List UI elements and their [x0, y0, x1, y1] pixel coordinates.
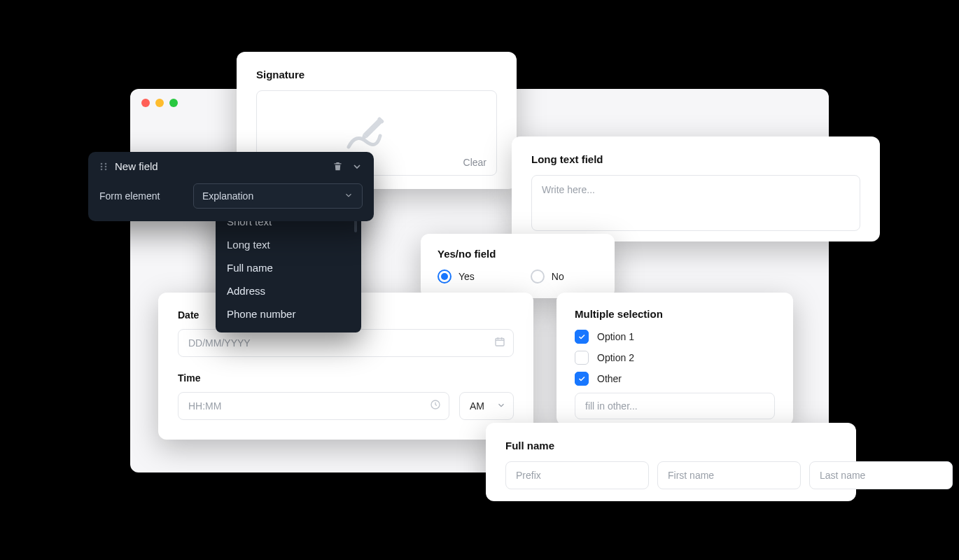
svg-point-5 [101, 162, 103, 164]
time-input[interactable] [178, 392, 449, 420]
fullname-title: Full name [505, 440, 836, 451]
checkbox-checked-icon [575, 330, 589, 344]
form-element-label: Form element [99, 190, 181, 202]
yesno-title: Yes/no field [438, 248, 598, 260]
svg-point-9 [101, 168, 103, 170]
longtext-card: Long text field [512, 136, 880, 241]
dropdown-option[interactable]: Phone number [216, 302, 361, 326]
prefix-input[interactable] [505, 461, 649, 489]
signature-title: Signature [256, 69, 497, 80]
radio-unselected-icon [531, 270, 545, 284]
radio-no-label: No [552, 271, 564, 282]
date-input[interactable] [178, 329, 514, 357]
other-input[interactable] [575, 393, 775, 419]
time-label: Time [178, 372, 514, 384]
radio-selected-icon [438, 270, 451, 284]
form-element-dropdown: Short text Long text Full name Address P… [216, 204, 361, 332]
multi-card: Multiple selection Option 1 Option 2 Oth… [556, 293, 793, 426]
chevron-down-icon [496, 400, 506, 412]
maximize-icon[interactable] [169, 99, 178, 107]
multi-title: Multiple selection [575, 308, 775, 320]
clock-icon[interactable] [430, 399, 441, 413]
form-element-value: Explanation [202, 190, 253, 202]
drag-handle-icon[interactable] [99, 162, 108, 172]
close-icon[interactable] [141, 99, 150, 107]
radio-yes[interactable]: Yes [438, 270, 475, 284]
signature-pen-icon [342, 112, 412, 154]
chevron-down-icon [344, 190, 354, 202]
checkbox-checked-icon [575, 372, 589, 386]
svg-rect-3 [496, 338, 504, 346]
yesno-card: Yes/no field Yes No [421, 234, 615, 298]
minimize-icon[interactable] [155, 99, 164, 107]
svg-point-10 [105, 168, 107, 170]
check-option-2[interactable]: Option 2 [575, 351, 775, 365]
form-element-select[interactable]: Explanation [193, 183, 363, 209]
svg-point-6 [105, 162, 107, 164]
svg-point-7 [101, 165, 103, 167]
svg-point-8 [105, 165, 107, 167]
check-option-2-label: Option 2 [597, 352, 634, 363]
dropdown-option[interactable]: Address [216, 279, 361, 302]
check-option-other[interactable]: Other [575, 372, 775, 386]
newfield-title: New field [115, 160, 326, 172]
signature-clear-button[interactable]: Clear [463, 157, 486, 168]
ampm-value: AM [470, 400, 484, 412]
traffic-lights [141, 99, 178, 107]
calendar-icon[interactable] [494, 336, 505, 350]
checkbox-unchecked-icon [575, 351, 589, 365]
dropdown-option[interactable]: Long text [216, 233, 361, 256]
lastname-input[interactable] [809, 461, 953, 489]
check-option-other-label: Other [597, 373, 622, 384]
chevron-down-icon[interactable] [351, 161, 363, 172]
radio-no[interactable]: No [531, 270, 564, 284]
trash-icon[interactable] [332, 161, 343, 172]
fullname-card: Full name [486, 423, 856, 501]
radio-yes-label: Yes [458, 271, 475, 282]
longtext-input[interactable] [531, 175, 860, 231]
longtext-title: Long text field [531, 153, 860, 165]
firstname-input[interactable] [657, 461, 801, 489]
check-option-1[interactable]: Option 1 [575, 330, 775, 344]
check-option-1-label: Option 1 [597, 331, 634, 342]
dropdown-option[interactable]: Full name [216, 256, 361, 279]
ampm-select[interactable]: AM [459, 392, 514, 420]
newfield-panel: New field Form element Explanation [88, 152, 374, 221]
